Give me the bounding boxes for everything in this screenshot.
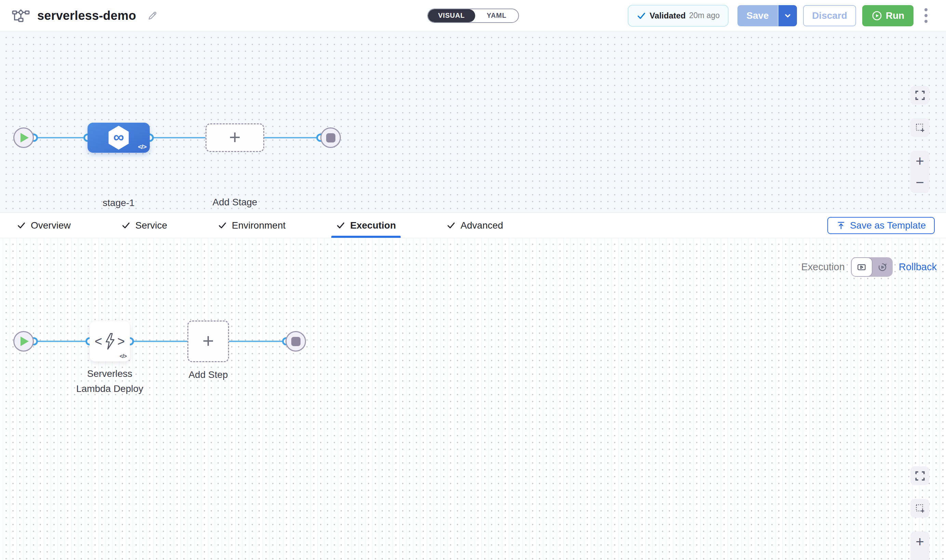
pipeline-start-node: [13, 128, 34, 148]
stage-hexagon-icon: ∞: [108, 126, 129, 150]
validated-badge[interactable]: Validated 20m ago: [628, 5, 729, 27]
start-play-icon: [20, 133, 29, 143]
save-dropdown-button[interactable]: [778, 5, 797, 26]
add-step-label[interactable]: Add Step: [174, 367, 242, 382]
connector-line: [229, 341, 286, 342]
stage-graph-canvas[interactable]: ∞ </> + stage-1 Add Stage + −: [0, 31, 946, 212]
connector-line: [34, 137, 88, 138]
connector-line: [130, 341, 187, 342]
app-header: serverless-demo VISUAL YAML Validated 20…: [0, 0, 946, 31]
lightning-bolt-icon: [103, 332, 117, 350]
zoom-out-button[interactable]: −: [911, 552, 929, 560]
validated-check-icon: [636, 11, 646, 20]
chevron-down-icon: [783, 11, 792, 20]
tab-label: Execution: [350, 220, 396, 231]
kebab-menu-icon[interactable]: [923, 6, 930, 25]
run-button[interactable]: Run: [862, 5, 914, 26]
execution-start-node: [13, 331, 34, 352]
zoom-out-button[interactable]: −: [911, 172, 929, 193]
code-icon: </>: [120, 353, 126, 360]
edit-pencil-icon[interactable]: [147, 10, 158, 21]
fullscreen-icon: [915, 90, 925, 100]
plus-icon: +: [202, 331, 214, 351]
toggle-visual[interactable]: VISUAL: [428, 9, 475, 22]
connector-line: [34, 341, 89, 342]
plus-icon: +: [229, 127, 241, 147]
tab-overview[interactable]: Overview: [12, 213, 75, 238]
stop-square-icon: [291, 337, 300, 346]
tab-check-icon: [122, 221, 131, 230]
tab-execution[interactable]: Execution: [331, 213, 401, 238]
tab-label: Advanced: [461, 220, 503, 231]
tab-check-icon: [17, 221, 26, 230]
stage-node[interactable]: ∞ </>: [88, 123, 150, 153]
tab-label: Environment: [232, 220, 285, 231]
toggle-yaml[interactable]: YAML: [475, 9, 518, 22]
rollback-icon: [877, 262, 887, 272]
tab-check-icon: [218, 221, 227, 230]
zoom-in-button[interactable]: +: [911, 531, 929, 552]
step-label[interactable]: Serverless Lambda Deploy: [71, 366, 149, 396]
tab-label: Overview: [31, 220, 71, 231]
infinity-icon: ∞: [113, 129, 124, 145]
zoom-in-button[interactable]: +: [911, 151, 929, 172]
selection-mode-button[interactable]: [911, 118, 929, 137]
code-icon: </>: [138, 143, 146, 151]
pipeline-icon: [12, 9, 30, 23]
add-stage-button[interactable]: +: [205, 123, 264, 152]
serverless-lambda-deploy-step[interactable]: < > </>: [89, 321, 130, 362]
rollback-link[interactable]: Rollback: [899, 262, 937, 273]
pipeline-end-node: [320, 128, 341, 148]
stage-section-tabs: Overview Service Environment Execution A…: [0, 212, 946, 238]
save-as-template-button[interactable]: Save as Template: [827, 217, 935, 234]
execution-mode-row: Execution Rollback: [801, 257, 937, 277]
save-as-template-label: Save as Template: [850, 220, 926, 231]
page-title: serverless-demo: [37, 9, 136, 23]
execution-rollback-switch: [851, 257, 893, 277]
add-step-button[interactable]: +: [187, 320, 229, 362]
execution-mode-label: Execution: [801, 262, 844, 273]
run-play-icon: [872, 10, 883, 21]
tab-environment[interactable]: Environment: [213, 213, 290, 238]
fullscreen-button[interactable]: [911, 466, 929, 485]
validated-time: 20m ago: [689, 11, 720, 20]
tab-label: Service: [136, 220, 167, 231]
execution-graph-canvas[interactable]: Execution Rollback: [0, 238, 946, 560]
tab-check-icon: [336, 221, 345, 230]
run-label: Run: [886, 10, 904, 21]
lambda-step-icon: < >: [95, 332, 125, 350]
marquee-select-icon: [915, 503, 925, 514]
save-split-button: Save: [738, 5, 797, 26]
fullscreen-button[interactable]: [911, 86, 929, 105]
marquee-select-icon: [915, 123, 925, 133]
execution-play-icon: [857, 262, 867, 272]
tab-check-icon: [447, 221, 456, 230]
execution-view-button[interactable]: [851, 257, 872, 277]
add-stage-label[interactable]: Add Stage: [201, 195, 269, 210]
zoom-controls: + −: [911, 151, 929, 193]
angle-right-glyph: >: [117, 334, 125, 349]
tab-service[interactable]: Service: [117, 213, 172, 238]
validated-label: Validated: [650, 11, 686, 20]
stop-square-icon: [326, 133, 335, 143]
fullscreen-icon: [915, 471, 925, 481]
connector-line: [150, 137, 205, 138]
visual-yaml-toggle: VISUAL YAML: [427, 9, 519, 23]
start-play-icon: [20, 337, 29, 346]
connector-line: [264, 137, 321, 138]
tab-advanced[interactable]: Advanced: [442, 213, 508, 238]
upload-icon: [836, 221, 846, 230]
selection-mode-button[interactable]: [911, 499, 929, 518]
execution-end-node: [285, 331, 306, 352]
angle-left-glyph: <: [95, 334, 102, 349]
rollback-view-button[interactable]: [872, 257, 893, 277]
save-button[interactable]: Save: [738, 5, 778, 26]
zoom-controls: + −: [911, 531, 929, 560]
stage-label[interactable]: stage-1: [85, 195, 153, 211]
discard-button[interactable]: Discard: [803, 5, 856, 26]
